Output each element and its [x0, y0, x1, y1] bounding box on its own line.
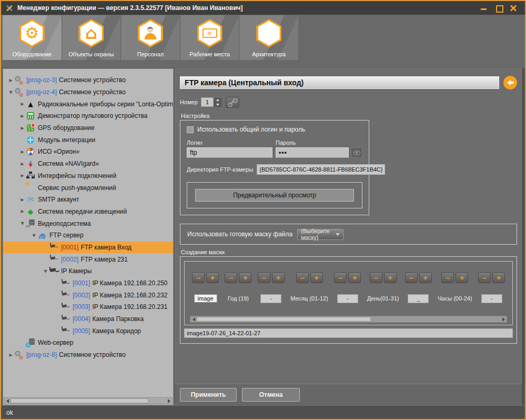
- mask-minus-button[interactable]: –: [370, 272, 382, 283]
- ribbon-tab-equipment[interactable]: ⚙Оборудование: [3, 15, 62, 60]
- tree-item[interactable]: ▼FTP сервер: [3, 229, 173, 242]
- tree-item[interactable]: [0001]FTP камера Вход: [3, 242, 173, 254]
- scrollbar-thumb[interactable]: [197, 317, 370, 322]
- expand-arrow-icon[interactable]: ▶: [19, 209, 26, 214]
- ribbon-tab-personnel[interactable]: Персонал: [121, 15, 180, 60]
- spin-down-icon[interactable]: [214, 103, 221, 107]
- window-title: Менеджер конфигурации — версия 2.3.5.225…: [17, 4, 243, 12]
- expand-arrow-icon[interactable]: ▶: [7, 78, 14, 83]
- mask-plus-button[interactable]: +: [456, 272, 468, 283]
- link-button[interactable]: [226, 97, 239, 108]
- tree-item[interactable]: ▶Демонстратор пультового устройства: [3, 110, 173, 122]
- number-label: Номер: [180, 99, 198, 105]
- mask-plus-button[interactable]: +: [419, 272, 432, 283]
- tree-item[interactable]: [0005]Камера Коридор: [3, 325, 173, 337]
- expand-arrow-icon[interactable]: ▶: [19, 162, 26, 166]
- settings-group: Использовать общий логин и пароль Логин …: [180, 120, 369, 215]
- tree-horizontal-scrollbar[interactable]: [4, 397, 173, 404]
- mask-minus-button[interactable]: –: [334, 272, 347, 283]
- smtp-mail-icon: [26, 195, 35, 204]
- scroll-right-icon[interactable]: [500, 317, 507, 322]
- expand-arrow-icon[interactable]: ▶: [19, 149, 26, 154]
- tree-item[interactable]: [0002]FTP камера 231: [3, 253, 173, 265]
- mask-part-value-box[interactable]: image: [194, 294, 217, 303]
- tree-item[interactable]: Web-сервер: [3, 337, 173, 349]
- tree-item[interactable]: ▶ИСО «Орион»: [3, 146, 173, 158]
- mask-part-separator-box[interactable]: -: [481, 294, 502, 303]
- mask-plus-button[interactable]: +: [239, 272, 251, 283]
- expand-arrow-icon[interactable]: ▶: [19, 197, 26, 202]
- mask-minus-button[interactable]: –: [441, 272, 454, 283]
- apply-button[interactable]: Применить: [180, 388, 237, 402]
- tree-item[interactable]: [0002]IP Камера 192.168.20.232: [3, 289, 173, 301]
- expand-arrow-icon[interactable]: ▼: [7, 90, 14, 95]
- password-input[interactable]: •••: [276, 147, 349, 158]
- tree-item[interactable]: ▶Интерфейсы подключений: [3, 170, 173, 182]
- tree-item[interactable]: ▶Радиоканальные приборы серии "Lonta-Opt…: [3, 98, 173, 110]
- tree-item[interactable]: ▶GPS оборудование: [3, 122, 173, 134]
- show-password-button[interactable]: [351, 147, 362, 158]
- ribbon-tab-architecture[interactable]: Архитектура: [239, 15, 298, 60]
- expand-arrow-icon[interactable]: ▶: [19, 173, 26, 178]
- mask-minus-button[interactable]: –: [225, 272, 237, 283]
- login-input[interactable]: ftp: [187, 147, 272, 158]
- expand-arrow-icon[interactable]: ▶: [19, 102, 26, 106]
- ribbon-tab-guarded-objects[interactable]: ⌂Объекты охраны: [62, 15, 121, 60]
- tree-item[interactable]: ▶Система передачи извещений: [3, 206, 173, 218]
- mask-plus-button[interactable]: +: [206, 272, 219, 283]
- tree-item[interactable]: [0004]Камера Парковка: [3, 313, 173, 325]
- expand-arrow-icon[interactable]: ▼: [31, 233, 37, 238]
- tree-item[interactable]: Модуль интеграции: [3, 134, 173, 146]
- mask-select-dropdown[interactable]: (Выберите маску): [297, 229, 343, 240]
- chevron-down-icon: [336, 233, 340, 236]
- expand-arrow-icon[interactable]: ▶: [19, 114, 26, 118]
- tree-item[interactable]: ▼IP Камеры: [3, 265, 173, 277]
- mask-plus-button[interactable]: +: [384, 272, 397, 283]
- expand-arrow-icon[interactable]: ▶: [7, 353, 14, 357]
- tree-item[interactable]: ▶Система «NAVIgard»: [3, 158, 173, 170]
- mask-minus-button[interactable]: –: [192, 272, 205, 283]
- tree-item[interactable]: ▼Видеоподсистема: [3, 217, 173, 229]
- ribbon-tab-workplaces[interactable]: ⚙Рабочие места: [180, 15, 239, 60]
- mask-plus-button[interactable]: +: [492, 272, 505, 283]
- expand-arrow-icon[interactable]: ▼: [19, 221, 26, 226]
- mask-plus-button[interactable]: +: [272, 272, 285, 283]
- tree-item[interactable]: ▶SMTP аккаунт: [3, 194, 173, 206]
- scrollbar-thumb[interactable]: [11, 398, 148, 403]
- maximize-icon[interactable]: [495, 5, 502, 11]
- mask-result-input[interactable]: image19-07-26_14-22-01-27: [184, 328, 513, 338]
- expand-arrow-icon[interactable]: ▶: [19, 126, 26, 131]
- mask-part-separator-box[interactable]: _: [408, 294, 429, 303]
- scroll-right-icon[interactable]: [166, 399, 172, 403]
- preview-button[interactable]: Предварительный просмотр: [195, 189, 354, 202]
- expand-arrow-icon[interactable]: ▼: [42, 269, 49, 274]
- directory-input[interactable]: {BD5785CC-876C-4628-8811-FB68EC3F1B4C}: [257, 164, 385, 175]
- back-button[interactable]: [503, 76, 517, 89]
- number-input[interactable]: 1: [201, 97, 214, 107]
- mask-part-separator-box[interactable]: -: [337, 294, 358, 303]
- mask-part-separator-box[interactable]: -: [260, 294, 281, 303]
- mask-select-value: (Выберите маску): [301, 228, 336, 241]
- shared-login-checkbox[interactable]: [187, 126, 194, 133]
- tree-item[interactable]: ▶[prog-oz-3]Системное устройство: [3, 74, 173, 86]
- mask-horizontal-scrollbar[interactable]: [190, 316, 507, 323]
- scroll-left-icon[interactable]: [190, 317, 197, 322]
- action-button-bar: Применить Отмена: [175, 384, 522, 405]
- tree-item[interactable]: [0001]IP Камера 192.168.20.250: [3, 277, 173, 289]
- spin-up-icon[interactable]: [214, 98, 221, 102]
- tree-item[interactable]: [0003]IP Камера 192.168.20.231: [3, 301, 173, 313]
- cctv-camera-icon: [60, 326, 70, 335]
- mask-minus-button[interactable]: –: [478, 272, 491, 283]
- tree-item[interactable]: ▼[prog-oz-4]Системное устройство: [3, 86, 173, 98]
- tree-item[interactable]: ▶[prog-oz-8]Системное устройство: [3, 349, 173, 361]
- tree-item[interactable]: Сервис push-уведомлений: [3, 182, 173, 194]
- mask-minus-button[interactable]: –: [405, 272, 418, 283]
- close-icon[interactable]: [510, 5, 517, 11]
- mask-minus-button[interactable]: –: [296, 272, 309, 283]
- cancel-button[interactable]: Отмена: [242, 388, 300, 402]
- mask-minus-button[interactable]: –: [258, 272, 270, 283]
- mask-plus-button[interactable]: +: [348, 272, 361, 283]
- minimize-icon[interactable]: [481, 5, 487, 11]
- scroll-left-icon[interactable]: [4, 399, 11, 403]
- mask-plus-button[interactable]: +: [310, 272, 323, 283]
